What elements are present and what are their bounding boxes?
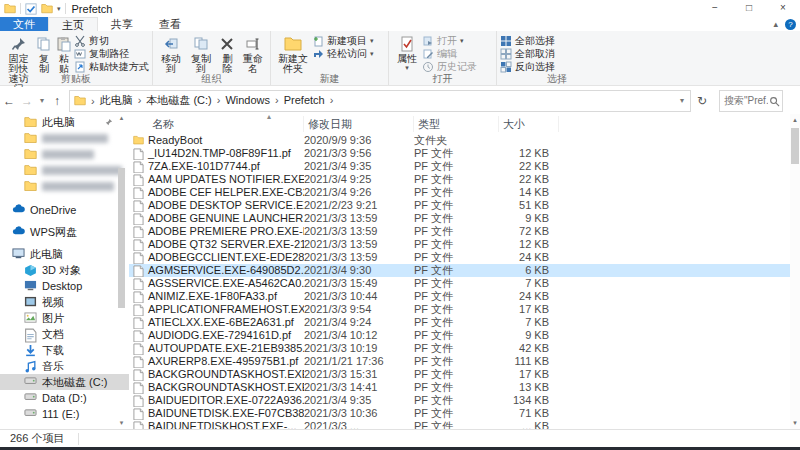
file-row[interactable]: BAIDUNETDISK.EXE-F07CB38C.pf2021/3/3 10:… — [129, 407, 790, 420]
breadcrumb-separator[interactable]: › — [135, 94, 145, 106]
sidebar-item-3D 对象[interactable]: 3D 对象 — [0, 262, 129, 278]
select-none-button[interactable]: 全部取消 — [500, 48, 555, 60]
history-button[interactable]: 历史记录 — [422, 61, 477, 73]
file-row[interactable]: BACKGROUNDTASKHOST.EXE-92A0CB64.pf2021/3… — [129, 368, 790, 381]
properties-check-icon[interactable] — [25, 3, 37, 14]
file-name-cell[interactable]: BAIDUNETDISKHOST.EXE-... — [129, 420, 304, 429]
sidebar-item-redacted[interactable] — [0, 146, 129, 162]
file-name-cell[interactable]: ADOBE PREMIERE PRO.EXE-B62279A7.pf — [129, 225, 304, 238]
paste-button[interactable]: 粘贴 — [54, 33, 74, 75]
back-icon[interactable]: ← — [0, 94, 18, 108]
file-name-cell[interactable]: AUDIODG.EXE-7294161D.pf — [129, 329, 304, 342]
scroll-up-icon[interactable]: ▴ — [117, 114, 126, 122]
column-header-size[interactable]: 大小 — [499, 116, 559, 132]
file-name-cell[interactable]: BAIDUNETDISK.EXE-F07CB38C.pf — [129, 407, 304, 420]
scroll-up-icon[interactable]: ▴ — [790, 116, 800, 124]
file-row[interactable]: ADOBE DESKTOP SERVICE.EXE-3F074990.pf202… — [129, 199, 790, 212]
sidebar-item-下载[interactable]: 下载 — [0, 342, 129, 358]
search-box[interactable] — [719, 90, 783, 112]
file-row[interactable]: ADOBE CEF HELPER.EXE-CB299950.pf2021/3/4… — [129, 186, 790, 199]
scrollbar-thumb[interactable] — [791, 128, 799, 164]
file-row[interactable]: ADOBE QT32 SERVER.EXE-21CF9CCF.pf2021/3/… — [129, 238, 790, 251]
file-row[interactable]: AGMSERVICE.EXE-649085D2.pf2021/3/4 9:30P… — [129, 264, 790, 277]
forward-icon[interactable]: → — [18, 94, 36, 108]
breadcrumb-item[interactable]: 本地磁盘 (C:) — [144, 94, 213, 106]
file-name-cell[interactable]: BACKGROUNDTASKHOST.EXE-9616EC73.pf — [129, 381, 304, 394]
file-name-cell[interactable]: APPLICATIONFRAMEHOST.EXE-CCD9A1AD... — [129, 303, 304, 316]
properties-button[interactable]: 属性 ▾ — [392, 33, 422, 73]
file-row[interactable]: BAIDUEDITOR.EXE-0722A936.pf2021/3/4 9:35… — [129, 394, 790, 407]
copy-path-button[interactable]: 复制路径 — [74, 48, 149, 60]
sidebar-item-视频[interactable]: 视频 — [0, 294, 129, 310]
help-icon[interactable]: ? — [785, 19, 796, 30]
file-name-cell[interactable]: AUTOUPDATE.EXE-21EB9385.pf — [129, 342, 304, 355]
new-folder-icon[interactable] — [41, 3, 53, 14]
recent-locations-dropdown-icon[interactable]: ▾ — [36, 96, 48, 105]
file-name-cell[interactable]: ADOBEGCCLIENT.EXE-EDE28AB0.pf — [129, 251, 304, 264]
file-row[interactable]: BACKGROUNDTASKHOST.EXE-9616EC73.pf2021/3… — [129, 381, 790, 394]
tab-home[interactable]: 主页 — [48, 17, 98, 31]
file-row[interactable]: AXURERP8.EXE-495975B1.pf2021/1/21 17:36P… — [129, 355, 790, 368]
breadcrumb-item[interactable]: 此电脑 — [98, 94, 135, 106]
column-header-type[interactable]: 类型 — [414, 116, 499, 132]
restore-button[interactable]: □ — [732, 0, 766, 17]
file-name-cell[interactable]: AGMSERVICE.EXE-649085D2.pf — [129, 264, 304, 277]
file-name-cell[interactable]: ADOBE CEF HELPER.EXE-CB299950.pf — [129, 186, 304, 199]
collapse-ribbon-icon[interactable]: ▴ — [773, 19, 778, 29]
sidebar-item-Desktop[interactable]: Desktop — [0, 278, 129, 294]
file-row[interactable]: _IU14D2N.TMP-08F89F11.pf2021/3/3 9:56PF … — [129, 147, 790, 160]
sidebar-item-音乐[interactable]: 音乐 — [0, 358, 129, 374]
folder-icon[interactable] — [4, 3, 16, 14]
sidebar-item-图片[interactable]: 图片 — [0, 310, 129, 326]
file-row[interactable]: ANIMIZ.EXE-1F80FA33.pf2021/3/3 10:44PF 文… — [129, 290, 790, 303]
sidebar-item-111 (E:)[interactable]: 111 (E:) — [0, 406, 129, 422]
search-input[interactable] — [724, 95, 768, 106]
file-row[interactable]: AAM UPDATES NOTIFIER.EXE-1EB6C24C.pf2021… — [129, 173, 790, 186]
close-button[interactable]: × — [766, 0, 800, 17]
breadcrumb-item[interactable]: Windows — [223, 94, 272, 106]
column-header-name[interactable]: 名称 — [129, 116, 304, 132]
file-row[interactable]: APPLICATIONFRAMEHOST.EXE-CCD9A1AD...2021… — [129, 303, 790, 316]
refresh-icon[interactable]: ↻ — [691, 94, 713, 108]
file-name-cell[interactable]: BAIDUEDITOR.EXE-0722A936.pf — [129, 394, 304, 407]
file-row[interactable]: AUTOUPDATE.EXE-21EB9385.pf2021/3/3 10:19… — [129, 342, 790, 355]
invert-selection-button[interactable]: 反向选择 — [500, 61, 555, 73]
sidebar-item-文档[interactable]: 文档 — [0, 326, 129, 342]
file-row[interactable]: AGSSERVICE.EXE-A5462CA0.pf2021/3/3 15:49… — [129, 277, 790, 290]
sidebar-item-redacted[interactable] — [0, 130, 129, 146]
sidebar-scrollbar[interactable]: ▴ ▾ — [117, 114, 126, 429]
file-name-cell[interactable]: _IU14D2N.TMP-08F89F11.pf — [129, 147, 304, 160]
tab-share[interactable]: 共享 — [98, 17, 146, 31]
sidebar-item-本地磁盘 (C:)[interactable]: 本地磁盘 (C:) — [0, 374, 129, 390]
rename-button[interactable]: 重命名 — [239, 33, 267, 75]
file-name-cell[interactable]: ANIMIZ.EXE-1F80FA33.pf — [129, 290, 304, 303]
new-item-button[interactable]: 新建项目 ▾ — [312, 35, 374, 47]
scroll-down-icon[interactable]: ▾ — [117, 419, 126, 427]
file-row[interactable]: ADOBEGCCLIENT.EXE-EDE28AB0.pf2021/3/3 13… — [129, 251, 790, 264]
breadcrumb[interactable]: › 此电脑›本地磁盘 (C:)›Windows›Prefetch› ▾ — [69, 90, 691, 112]
file-row[interactable]: BAIDUNETDISKHOST.EXE-...2021/3/3 ...PF 文… — [129, 420, 790, 429]
sidebar-item-此电脑[interactable]: 此电脑 — [0, 246, 129, 262]
file-name-cell[interactable]: ADOBE GENUINE LAUNCHER.EXE-24D511... — [129, 212, 304, 225]
file-row[interactable]: 7ZA.EXE-101D7744.pf2021/3/4 9:35PF 文件22 … — [129, 160, 790, 173]
new-folder-button[interactable]: 新建文件夹 — [274, 33, 312, 75]
tab-file[interactable]: 文件 — [0, 17, 48, 31]
file-list-scrollbar[interactable]: ▴ ▾ — [790, 114, 800, 429]
sidebar-item-Data (D:)[interactable]: Data (D:) — [0, 390, 129, 406]
file-row[interactable]: ReadyBoot2020/9/9 9:36文件夹 — [129, 134, 790, 147]
breadcrumb-item[interactable]: Prefetch — [282, 94, 327, 106]
move-to-button[interactable]: 移动到 — [156, 33, 186, 75]
file-name-cell[interactable]: BACKGROUNDTASKHOST.EXE-92A0CB64.pf — [129, 368, 304, 381]
file-row[interactable]: ADOBE PREMIERE PRO.EXE-B62279A7.pf2021/3… — [129, 225, 790, 238]
sidebar-item-redacted[interactable] — [0, 178, 129, 194]
open-button[interactable]: 打开 ▾ — [422, 35, 477, 47]
file-name-cell[interactable]: AXURERP8.EXE-495975B1.pf — [129, 355, 304, 368]
file-name-cell[interactable]: AAM UPDATES NOTIFIER.EXE-1EB6C24C.pf — [129, 173, 304, 186]
address-dropdown-icon[interactable]: ▾ — [676, 96, 688, 105]
sidebar-item-OneDrive[interactable]: OneDrive — [0, 202, 129, 218]
select-all-button[interactable]: 全部选择 — [500, 35, 555, 47]
sidebar-item-WPS网盘[interactable]: WPS网盘 — [0, 224, 129, 240]
up-icon[interactable]: ↑ — [48, 94, 66, 108]
copy-button[interactable]: 复制 — [34, 33, 54, 75]
sidebar-item-redacted[interactable] — [0, 162, 129, 178]
